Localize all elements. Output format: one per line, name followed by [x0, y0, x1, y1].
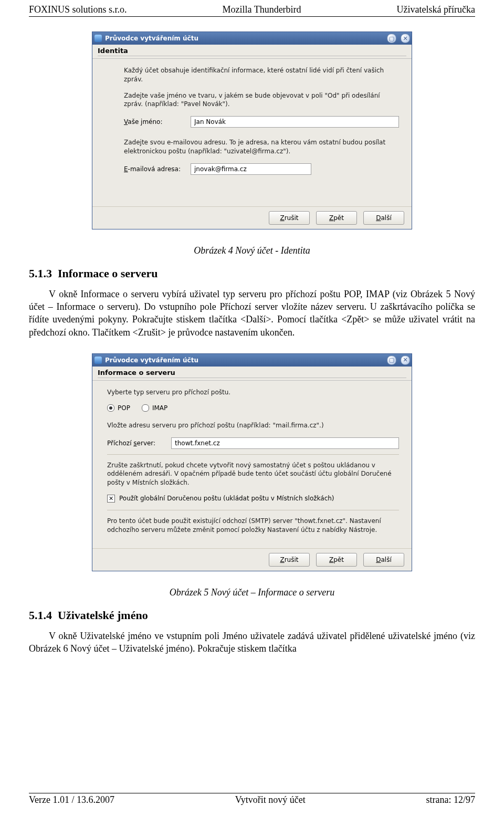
- radio-imap[interactable]: IMAP: [142, 404, 167, 412]
- section-title: Identita: [98, 47, 406, 55]
- heading-title: Uživatelské jméno: [58, 609, 148, 622]
- incoming-prompt: Vložte adresu serveru pro příchozí poštu…: [107, 421, 399, 430]
- next-button[interactable]: Další: [363, 211, 404, 225]
- name-label: Vaše jméno:: [124, 118, 184, 125]
- close-icon[interactable]: ✕: [401, 34, 410, 43]
- heading-num: 5.1.3: [29, 267, 52, 280]
- hdr-left: FOXINUS solutions s.r.o.: [29, 4, 127, 15]
- paragraph-5-1-4: V okně Uživatelské jméno ve vstupním pol…: [29, 630, 475, 655]
- ftr-right: strana: 12/97: [426, 794, 475, 805]
- email-label: E-mailová adresa:: [124, 165, 184, 173]
- hdr-right: Uživatelská příručka: [397, 4, 475, 15]
- dialog-subheader: Identita: [92, 45, 412, 59]
- close-icon[interactable]: ✕: [401, 355, 410, 365]
- radio-pop[interactable]: POP: [107, 404, 130, 412]
- separator: [107, 454, 399, 455]
- maximize-icon[interactable]: ▢: [387, 34, 396, 43]
- email-input[interactable]: [191, 163, 311, 175]
- ftr-center: Vytvořit nový účet: [235, 794, 306, 805]
- page-header: FOXINUS solutions s.r.o. Mozilla Thunder…: [29, 0, 475, 17]
- titlebar[interactable]: Průvodce vytvářením účtu ▢ ✕: [92, 354, 412, 367]
- choose-server-text: Vyberte typ serveru pro příchozí poštu.: [107, 388, 399, 397]
- window-title: Průvodce vytvářením účtu: [105, 357, 383, 364]
- maximize-icon[interactable]: ▢: [387, 355, 396, 365]
- heading-num: 5.1.4: [29, 609, 52, 622]
- heading-5-1-3: 5.1.3 Informace o serveru: [29, 267, 475, 280]
- checkbox-icon: ✕: [107, 495, 115, 503]
- ftr-left: Verze 1.01 / 13.6.2007: [29, 794, 114, 805]
- dialog-server-info: Průvodce vytvářením účtu ▢ ✕ Informace o…: [92, 353, 412, 571]
- server-type-radios: POP IMAP: [107, 404, 399, 412]
- figure-5-caption: Obrázek 5 Nový účet – Informace o server…: [29, 587, 475, 598]
- window-icon: [94, 35, 102, 42]
- identity-intro: Každý účet obsahuje identifikační inform…: [124, 66, 399, 84]
- heading-title: Informace o serveru: [58, 267, 158, 280]
- figure-4-caption: Obrázek 4 Nový účet - Identita: [29, 245, 475, 256]
- global-inbox-check[interactable]: ✕ Použít globální Doručenou poštu (uklád…: [107, 495, 399, 503]
- global-inbox-text: Zrušte zaškrtnutí, pokud chcete vytvořit…: [107, 461, 399, 487]
- cancel-button[interactable]: Zrušit: [269, 553, 310, 567]
- page-footer: Verze 1.01 / 13.6.2007 Vytvořit nový úče…: [29, 793, 475, 805]
- section-title: Informace o serveru: [98, 369, 406, 376]
- smtp-note: Pro tento účet bude použit existující od…: [107, 517, 399, 535]
- email-prompt: Zadejte svou e-mailovou adresu. To je ad…: [124, 138, 399, 156]
- incoming-label: Příchozí server:: [107, 440, 165, 447]
- hdr-center: Mozilla Thunderbird: [222, 4, 301, 15]
- name-input[interactable]: [191, 116, 399, 128]
- radio-icon: [107, 404, 114, 412]
- cancel-button[interactable]: Zrušit: [269, 211, 310, 225]
- radio-icon: [142, 404, 149, 412]
- next-button[interactable]: Další: [363, 553, 404, 567]
- window-icon: [94, 357, 102, 364]
- back-button[interactable]: Zpět: [316, 553, 357, 567]
- dialog-identita: Průvodce vytvářením účtu ▢ ✕ Identita Ka…: [92, 32, 412, 229]
- name-prompt: Zadejte vaše jméno ve tvaru, v jakém se …: [124, 91, 399, 109]
- global-inbox-label: Použít globální Doručenou poštu (ukládat…: [119, 495, 334, 502]
- incoming-server-input[interactable]: [171, 437, 399, 449]
- dialog-subheader: Informace o serveru: [92, 367, 412, 381]
- window-title: Průvodce vytvářením účtu: [105, 35, 383, 42]
- titlebar[interactable]: Průvodce vytvářením účtu ▢ ✕: [92, 32, 412, 45]
- paragraph-5-1-3: V okně Informace o serveru vybírá uživat…: [29, 288, 475, 339]
- separator: [107, 510, 399, 510]
- back-button[interactable]: Zpět: [316, 211, 357, 225]
- heading-5-1-4: 5.1.4 Uživatelské jméno: [29, 609, 475, 622]
